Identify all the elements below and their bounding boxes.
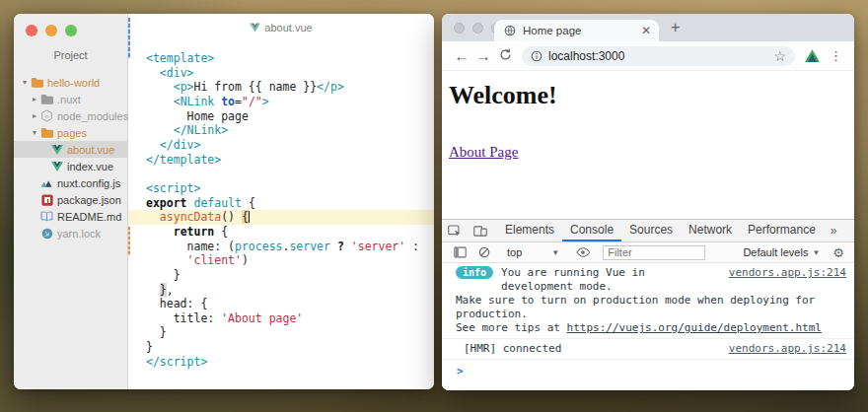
- devtools-tab-elements[interactable]: Elements: [497, 220, 562, 241]
- bookmark-star-icon[interactable]: ☆: [773, 48, 786, 64]
- inspect-element-icon[interactable]: [442, 220, 468, 241]
- console-message-1: infoYou are running Vue in development m…: [442, 263, 854, 339]
- minimize-window-button[interactable]: [45, 25, 57, 36]
- chevron-down-icon[interactable]: ▼: [812, 248, 820, 257]
- more-tabs-icon[interactable]: »: [824, 220, 844, 241]
- vue-icon: [49, 145, 64, 155]
- code-line-10[interactable]: <script>: [128, 181, 434, 196]
- chevron-right-icon[interactable]: ▸: [30, 111, 39, 120]
- zoom-window-button[interactable]: [65, 25, 77, 36]
- chevron-down-icon[interactable]: ▾: [20, 78, 30, 87]
- console-output[interactable]: infoYou are running Vue in development m…: [442, 263, 854, 390]
- tree-item-yarn-lock[interactable]: yarn.lock: [14, 225, 127, 241]
- tree-item-label: README.md: [57, 211, 121, 223]
- back-button[interactable]: ←: [451, 47, 472, 64]
- source-link[interactable]: vendors.app.js:214: [719, 342, 846, 356]
- code-line-20[interactable]: }: [128, 325, 434, 340]
- code-line-13[interactable]: return {: [128, 225, 434, 240]
- devtools-menu-icon[interactable]: ⋮: [844, 220, 855, 241]
- forward-button[interactable]: →: [472, 47, 494, 64]
- code-line-11[interactable]: export default {: [128, 196, 434, 211]
- tree-item-index-vue[interactable]: index.vue: [14, 158, 127, 174]
- devtools-tab-network[interactable]: Network: [681, 220, 740, 241]
- console-link[interactable]: https://vuejs.org/guide/deployment.html: [567, 321, 822, 334]
- reload-icon: [499, 48, 512, 61]
- url-text[interactable]: localhost:3000: [548, 49, 624, 63]
- code-line-22[interactable]: </script>: [128, 355, 434, 370]
- log-levels-selector[interactable]: Default levels: [743, 246, 808, 258]
- editor-title: about.vue: [128, 22, 434, 34]
- code-line-17[interactable]: },: [128, 283, 434, 298]
- source-link[interactable]: vendors.app.js:214: [719, 266, 846, 280]
- tab-close-icon[interactable]: ✕: [641, 24, 651, 37]
- page-heading: Welcome!: [449, 81, 846, 110]
- minimize-window-button[interactable]: [472, 23, 483, 34]
- console-message-2: [HMR] connectedvendors.app.js:214: [442, 339, 854, 360]
- code-line-2[interactable]: <div>: [128, 66, 434, 81]
- code-line-16[interactable]: }: [128, 268, 434, 283]
- chevron-down-icon[interactable]: ▾: [30, 128, 39, 137]
- tree-item-label: pages: [57, 127, 87, 139]
- code-line-19[interactable]: title: 'About page': [128, 311, 434, 326]
- tree-item-nuxt-config-js[interactable]: nuxt.config.js: [14, 174, 127, 191]
- address-bar[interactable]: localhost:3000 ☆: [522, 46, 795, 66]
- chevron-right-icon[interactable]: ▸: [30, 95, 39, 103]
- reload-button[interactable]: [494, 47, 516, 64]
- folder-open-icon: [39, 127, 54, 138]
- devtools-tab-console[interactable]: Console: [562, 220, 621, 241]
- vue-file-icon: [250, 23, 260, 33]
- tree-item-about-vue[interactable]: about.vue: [14, 141, 127, 158]
- code-line-7[interactable]: </div>: [128, 138, 434, 153]
- editor-pane[interactable]: about.vue <template> <div> <p>Hi from {{…: [128, 14, 434, 389]
- tree-item-node-modules[interactable]: ▸nnode_modules: [14, 107, 127, 124]
- code-line-8[interactable]: </template>: [128, 153, 434, 168]
- tree-item-label: nuxt.config.js: [57, 177, 120, 189]
- code-line-14[interactable]: name: (process.server ? 'server' :: [128, 240, 434, 254]
- npm-icon: [39, 194, 54, 206]
- tree-item-label: yarn.lock: [57, 228, 101, 240]
- pane-divider-handle[interactable]: [128, 18, 130, 59]
- close-window-button[interactable]: [454, 23, 465, 34]
- browser-tab[interactable]: Home page ✕: [494, 20, 659, 41]
- code-line-5[interactable]: Home page: [128, 109, 434, 124]
- live-expression-eye-icon[interactable]: [570, 247, 596, 257]
- about-page-link[interactable]: About Page: [449, 144, 518, 161]
- console-sidebar-icon[interactable]: [448, 246, 472, 258]
- devtools-panel: ElementsConsoleSourcesNetworkPerformance…: [442, 219, 854, 390]
- code-line-3[interactable]: <p>Hi from {{ name }}</p>: [128, 80, 434, 95]
- code-line-6[interactable]: </NLink>: [128, 123, 434, 138]
- code-line-4[interactable]: <NLink to="/">: [128, 95, 434, 109]
- code-line-21[interactable]: }: [128, 340, 434, 355]
- globe-icon: [504, 25, 516, 36]
- code-line-9[interactable]: [128, 167, 434, 181]
- npm-hex-icon: n: [39, 109, 54, 122]
- vue-devtools-extension-icon[interactable]: [805, 49, 820, 62]
- code-area[interactable]: <template> <div> <p>Hi from {{ name }}</…: [128, 51, 434, 369]
- clear-console-icon[interactable]: [472, 246, 496, 258]
- window-controls-inactive: [442, 14, 502, 34]
- tree-item-pages[interactable]: ▾pages: [14, 124, 127, 141]
- code-line-1[interactable]: <template>: [128, 51, 434, 66]
- devtools-tab-performance[interactable]: Performance: [740, 220, 824, 241]
- device-toolbar-icon[interactable]: [468, 220, 493, 241]
- close-window-button[interactable]: [26, 25, 37, 36]
- tree-item-hello-world[interactable]: ▾hello-world: [14, 74, 127, 91]
- context-selector[interactable]: top: [507, 246, 522, 258]
- tree-item--nuxt[interactable]: ▸.nuxt: [14, 91, 127, 107]
- console-prompt[interactable]: >: [442, 360, 854, 378]
- code-line-12[interactable]: asyncData() {: [128, 210, 434, 225]
- console-filter-input[interactable]: [603, 245, 705, 260]
- code-line-18[interactable]: head: {: [128, 297, 434, 311]
- tree-item-package-json[interactable]: package.json: [14, 191, 127, 208]
- folder-icon: [39, 94, 54, 104]
- new-tab-button[interactable]: +: [671, 19, 680, 36]
- code-line-15[interactable]: 'client'): [128, 253, 434, 268]
- chevron-down-icon[interactable]: ▼: [551, 248, 559, 257]
- info-badge: info: [456, 266, 493, 279]
- page-info-icon[interactable]: [531, 50, 542, 62]
- window-controls: [14, 14, 127, 36]
- browser-menu-icon[interactable]: ⋮: [827, 48, 845, 63]
- tree-item-readme-md[interactable]: README.md: [14, 208, 127, 225]
- console-settings-gear-icon[interactable]: ⚙: [829, 245, 848, 260]
- devtools-tab-sources[interactable]: Sources: [621, 220, 681, 241]
